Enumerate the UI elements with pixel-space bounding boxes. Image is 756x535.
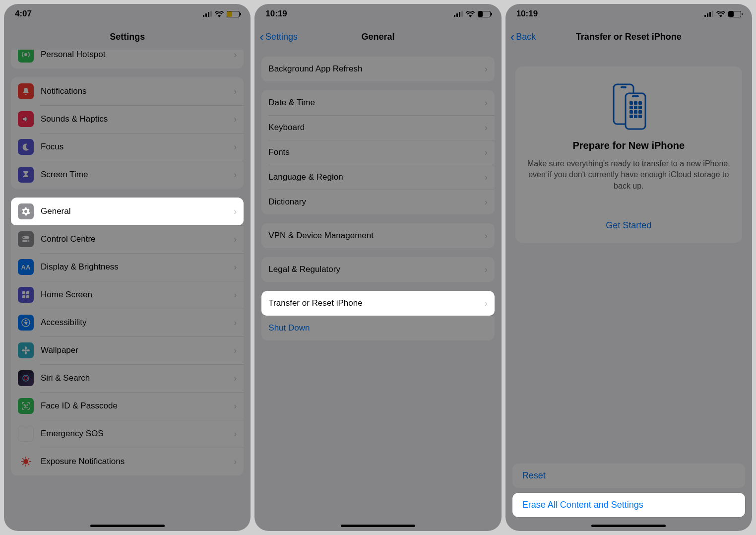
row-personal-hotspot[interactable]: Personal Hotspot ›: [11, 50, 244, 68]
row-screen-time[interactable]: Screen Time ›: [11, 161, 244, 189]
chevron-right-icon: ›: [234, 318, 237, 328]
sos-icon: SOS: [18, 426, 34, 442]
row-label: Date & Time: [268, 98, 484, 108]
home-indicator[interactable]: [90, 525, 165, 527]
status-icons: [203, 11, 240, 17]
row-label: Erase All Content and Settings: [522, 500, 643, 510]
row-label: Home Screen: [41, 290, 234, 300]
row-bg-app-refresh[interactable]: Background App Refresh ›: [261, 57, 494, 81]
row-emergency-sos[interactable]: SOS Emergency SOS ›: [11, 420, 244, 448]
back-button[interactable]: ‹ Back: [510, 30, 536, 43]
get-started-button[interactable]: Get Started: [526, 220, 731, 231]
chevron-right-icon: ›: [485, 197, 488, 207]
svg-point-19: [27, 349, 30, 351]
row-language-region[interactable]: Language & Region ›: [261, 165, 494, 190]
row-fonts[interactable]: Fonts ›: [261, 140, 494, 165]
row-label: Wallpaper: [41, 345, 234, 355]
nav-bar: ‹ Settings General: [254, 24, 501, 50]
svg-rect-56: [638, 115, 642, 118]
row-reset[interactable]: Reset: [512, 464, 745, 488]
svg-point-14: [25, 320, 26, 321]
row-display-brightness[interactable]: AA Display & Brightness ›: [11, 253, 244, 281]
hotspot-icon: [18, 50, 34, 63]
row-erase-all[interactable]: Erase All Content and Settings: [512, 493, 745, 517]
signal-icon: [203, 11, 212, 17]
clock: 4:07: [15, 9, 32, 19]
row-date-time[interactable]: Date & Time ›: [261, 90, 494, 115]
status-icons: [704, 11, 741, 17]
chevron-right-icon: ›: [234, 50, 237, 60]
general-list[interactable]: Background App Refresh › Date & Time › K…: [254, 50, 501, 531]
gear-icon: [18, 203, 34, 219]
prepare-card: Prepare for New iPhone Make sure everyth…: [515, 67, 742, 243]
row-label: Siri & Search: [41, 373, 234, 383]
svg-rect-37: [704, 15, 706, 17]
svg-rect-48: [630, 106, 633, 109]
row-siri-search[interactable]: Siri & Search ›: [11, 364, 244, 392]
settings-list[interactable]: Personal Hotspot › Notifications › Sound…: [4, 50, 251, 531]
chevron-right-icon: ›: [485, 231, 488, 241]
row-label: General: [41, 206, 234, 216]
row-label: Accessibility: [41, 318, 234, 328]
svg-rect-42: [621, 86, 627, 88]
wifi-icon: [215, 11, 224, 17]
row-legal-regulatory[interactable]: Legal & Regulatory ›: [261, 257, 494, 282]
hourglass-icon: [18, 167, 34, 183]
row-shut-down[interactable]: Shut Down: [261, 316, 494, 340]
chevron-right-icon: ›: [234, 290, 237, 300]
row-label: Sounds & Haptics: [41, 114, 234, 124]
row-home-screen[interactable]: Home Screen ›: [11, 281, 244, 309]
signal-icon: [454, 11, 463, 17]
chevron-right-icon: ›: [234, 345, 237, 356]
home-indicator[interactable]: [341, 525, 415, 527]
row-notifications[interactable]: Notifications ›: [11, 77, 244, 105]
row-transfer-reset[interactable]: Transfer or Reset iPhone ›: [261, 291, 494, 316]
row-exposure-notifications[interactable]: Exposure Notifications ›: [11, 448, 244, 475]
row-dictionary[interactable]: Dictionary ›: [261, 190, 494, 214]
row-accessibility[interactable]: Accessibility ›: [11, 309, 244, 336]
svg-rect-38: [707, 13, 708, 17]
svg-line-30: [28, 464, 29, 465]
chevron-right-icon: ›: [234, 429, 237, 439]
row-face-id-passcode[interactable]: Face ID & Passcode ›: [11, 392, 244, 420]
row-label: Shut Down: [268, 323, 487, 333]
switches-icon: [18, 231, 34, 247]
status-bar: 4:07: [4, 4, 251, 24]
svg-rect-45: [630, 101, 633, 105]
chevron-left-icon: ‹: [510, 30, 515, 43]
moon-icon: [18, 139, 34, 155]
virus-icon: [18, 454, 34, 469]
back-button[interactable]: ‹ Settings: [259, 30, 298, 43]
row-sounds-haptics[interactable]: Sounds & Haptics ›: [11, 105, 244, 133]
row-focus[interactable]: Focus ›: [11, 133, 244, 161]
page-title: Transfer or Reset iPhone: [576, 32, 682, 42]
chevron-right-icon: ›: [234, 86, 237, 97]
home-indicator[interactable]: [591, 525, 666, 527]
chevron-right-icon: ›: [234, 170, 237, 180]
status-bar: 10:19: [505, 4, 752, 24]
row-wallpaper[interactable]: Wallpaper ›: [11, 336, 244, 364]
text-size-icon: AA: [18, 259, 34, 275]
row-label: Face ID & Passcode: [41, 401, 234, 411]
row-control-centre[interactable]: Control Centre ›: [11, 225, 244, 253]
bottom-actions: Reset Erase All Content and Settings: [505, 464, 752, 531]
svg-rect-35: [459, 12, 460, 17]
row-label: Control Centre: [41, 234, 234, 244]
phone-transfer-reset: 10:19 ‹ Back Transfer or Reset iPhone: [505, 4, 752, 531]
svg-line-31: [28, 458, 29, 460]
row-keyboard[interactable]: Keyboard ›: [261, 115, 494, 140]
accessibility-icon: [18, 315, 34, 331]
chevron-right-icon: ›: [234, 373, 237, 384]
chevron-right-icon: ›: [485, 265, 488, 275]
row-general[interactable]: General ›: [11, 198, 244, 225]
siri-icon: [18, 370, 34, 386]
row-vpn-device-mgmt[interactable]: VPN & Device Management ›: [261, 223, 494, 248]
svg-point-7: [23, 237, 24, 238]
chevron-right-icon: ›: [485, 298, 488, 309]
row-label: Personal Hotspot: [41, 50, 234, 60]
back-label: Back: [516, 32, 536, 42]
row-label: Background App Refresh: [268, 64, 484, 74]
svg-rect-53: [638, 110, 642, 114]
svg-rect-40: [712, 11, 713, 17]
row-label: Reset: [522, 470, 546, 480]
